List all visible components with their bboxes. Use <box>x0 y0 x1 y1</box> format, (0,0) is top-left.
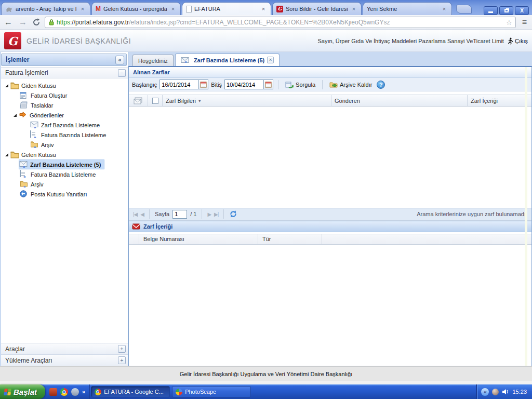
refresh-icon[interactable] <box>229 210 237 218</box>
sidebar-section-fatura-islemleri[interactable]: Fatura İşlemleri − <box>1 67 128 78</box>
first-page-icon[interactable]: |◀ <box>133 211 137 217</box>
tree-item-fatura-bazinda-listeleme-giden[interactable]: » Fatura Bazında Listeleme <box>1 130 128 140</box>
calendar-picker-button[interactable] <box>199 79 208 89</box>
volume-icon[interactable] <box>502 389 509 395</box>
logout-button[interactable]: Çıkış <box>507 37 528 45</box>
prev-page-icon[interactable]: ◀ <box>140 211 144 217</box>
close-icon[interactable]: × <box>260 6 267 12</box>
page-label: Sayfa <box>155 211 169 217</box>
sort-down-icon[interactable]: ▾ <box>198 98 201 103</box>
chrome-icon[interactable] <box>60 388 68 396</box>
archive-move-icon <box>329 81 338 88</box>
tree-item-posta-kutusu-yanitlari[interactable]: Posta Kutusu Yanıtları <box>1 189 128 199</box>
page-number-input[interactable] <box>172 210 187 219</box>
tree-item-zarf-bazinda-listeleme-gelen[interactable]: « Zarf Bazında Listeleme (5) <box>1 159 128 169</box>
restore-icon <box>504 9 509 12</box>
tree-item-fatura-bazinda-listeleme-gelen[interactable]: « Fatura Bazında Listeleme <box>1 169 128 179</box>
footer-gap <box>0 381 532 384</box>
address-bar[interactable]: https://portal.efatura.gov.tr/efatura/in… <box>45 17 516 28</box>
collapse-section-button[interactable]: − <box>118 69 126 77</box>
tree-item-arsiv-giden[interactable]: » Arşiv <box>1 140 128 150</box>
minimize-button[interactable] <box>484 6 498 15</box>
browser-navbar: ← → https://portal.efatura.gov.tr/efatur… <box>0 15 532 30</box>
tray-collapse-icon[interactable]: « <box>481 388 489 396</box>
archive-button[interactable]: Arşive Kaldır <box>327 80 374 89</box>
start-date-label: Başlangıç <box>132 82 157 88</box>
sidebar-title: İşlemler <box>6 56 115 63</box>
expand-panel-button[interactable]: + <box>118 356 126 364</box>
tab-title: arvento - Araç Takip ve F <box>16 6 76 12</box>
tab-hosgeldiniz[interactable]: Hoşgeldiniz <box>132 55 174 66</box>
taskbar-task-efatura[interactable]: EFATURA - Google C... <box>91 386 170 397</box>
expand-icon[interactable] <box>5 153 8 156</box>
tree-item-gelen-kutusu[interactable]: Gelen Kutusu <box>1 150 128 159</box>
mailbox-reply-icon <box>20 190 29 198</box>
quicklaunch-app-icon[interactable] <box>49 388 57 396</box>
sidebar: İşlemler « Fatura İşlemleri − Giden Kutu… <box>0 52 128 366</box>
browser-tab-sorubildir[interactable]: G Soru Bildir - Gelir İdaresi × <box>272 2 362 15</box>
start-date-input[interactable] <box>159 79 199 89</box>
start-button[interactable]: Başlat <box>0 384 45 399</box>
tree-item-zarf-bazinda-listeleme-giden[interactable]: » Zarf Bazında Listeleme <box>1 120 128 130</box>
close-icon[interactable]: × <box>350 6 357 12</box>
tree-item-arsiv-gelen[interactable]: « Arşiv <box>1 179 128 189</box>
arvento-icon <box>5 5 13 13</box>
forward-icon[interactable]: → <box>18 18 28 27</box>
taskbar-task-photoscape[interactable]: PhotoScape <box>172 386 251 397</box>
browser-titlebar: arvento - Araç Takip ve F × M Gelen Kutu… <box>0 0 532 15</box>
bookmark-star-icon[interactable]: ☆ <box>506 19 512 26</box>
expand-panel-button[interactable]: + <box>118 345 126 353</box>
logout-person-icon <box>507 37 513 45</box>
red-envelope-icon <box>132 223 140 230</box>
tree-item-giden-kutusu[interactable]: Giden Kutusu <box>1 81 128 90</box>
column-header-gonderen[interactable]: Gönderen <box>331 95 468 106</box>
empty-result-message: Arama kriterlerinize uygun zarf bulunama… <box>417 211 527 217</box>
expand-icon[interactable] <box>5 84 8 87</box>
quicklaunch-app2-icon[interactable] <box>71 388 79 396</box>
select-all-checkbox[interactable] <box>148 95 163 106</box>
browser-tab-efatura[interactable]: EFATURA × <box>182 2 271 15</box>
quicklaunch-overflow-icon[interactable]: » <box>82 389 85 395</box>
tab-zarf-bazinda-listeleme[interactable]: « Zarf Bazında Listeleme (5) × <box>175 54 280 66</box>
help-icon[interactable]: ? <box>377 81 385 89</box>
column-header-zarf-bilgileri[interactable]: Zarf Bilgileri ▾ <box>163 95 331 106</box>
query-button[interactable]: Sorgula <box>283 79 317 90</box>
folder-icon <box>10 82 19 89</box>
expand-icon[interactable] <box>14 114 17 117</box>
site-header: G GELİR İDARESİ BAŞKANLIĞI Sayın, Ürper … <box>0 30 532 52</box>
restore-button[interactable] <box>499 6 513 15</box>
tray-app-icon[interactable] <box>492 389 499 395</box>
last-page-icon[interactable]: ▶| <box>214 211 218 217</box>
new-tab-button[interactable] <box>456 5 472 14</box>
close-window-button[interactable]: X <box>515 6 529 15</box>
tab-title: Gelen Kutusu - urpergida <box>103 6 167 12</box>
browser-tab-arvento[interactable]: arvento - Araç Takip ve F × <box>1 2 90 15</box>
column-header-zarf-icerigi[interactable]: Zarf İçeriği <box>468 95 531 106</box>
site-footer: Gelir İdaresi Başkanlığı Uygulama ve Ver… <box>0 366 532 381</box>
sidebar-panel-yukleme-araclari[interactable]: Yükleme Araçları + <box>1 355 128 366</box>
calendar-icon <box>200 81 207 88</box>
filter-toolbar: Başlangıç Bitiş Sorgula <box>129 78 531 91</box>
sidebar-panel-araclar[interactable]: Araçlar + <box>1 343 128 355</box>
close-icon[interactable]: × <box>441 6 448 12</box>
tree-item-taslaklar[interactable]: Taslaklar <box>1 100 128 110</box>
next-page-icon[interactable]: ▶ <box>207 211 211 217</box>
close-tab-icon[interactable]: × <box>267 57 274 63</box>
browser-tab-gmail[interactable]: M Gelen Kutusu - urpergida × <box>91 2 181 15</box>
url-text: https://portal.efatura.gov.tr/efatura/in… <box>57 19 390 26</box>
end-date-input[interactable] <box>224 79 264 89</box>
chrome-menu-icon[interactable]: ≡ <box>520 18 529 27</box>
collapse-sidebar-button[interactable]: « <box>115 56 124 64</box>
calendar-picker-button[interactable] <box>264 79 273 89</box>
close-icon[interactable]: × <box>169 6 177 12</box>
close-icon[interactable]: × <box>79 6 86 12</box>
tree-item-fatura-olustur[interactable]: Fatura Oluştur <box>1 90 128 100</box>
taskbar: Başlat » EFATURA - Google C... PhotoScap… <box>0 384 532 399</box>
reload-icon[interactable] <box>32 18 41 26</box>
envelope-table-header: Zarf Bilgileri ▾ Gönderen Zarf İçeriği <box>129 95 531 107</box>
sent-arrow-icon <box>19 111 28 119</box>
browser-tab-yenisekme[interactable]: Yeni Sekme × <box>363 2 452 15</box>
tree-item-gonderilenler[interactable]: Gönderilenler <box>1 110 128 120</box>
drafts-icon <box>20 101 29 109</box>
back-icon[interactable]: ← <box>3 18 14 27</box>
